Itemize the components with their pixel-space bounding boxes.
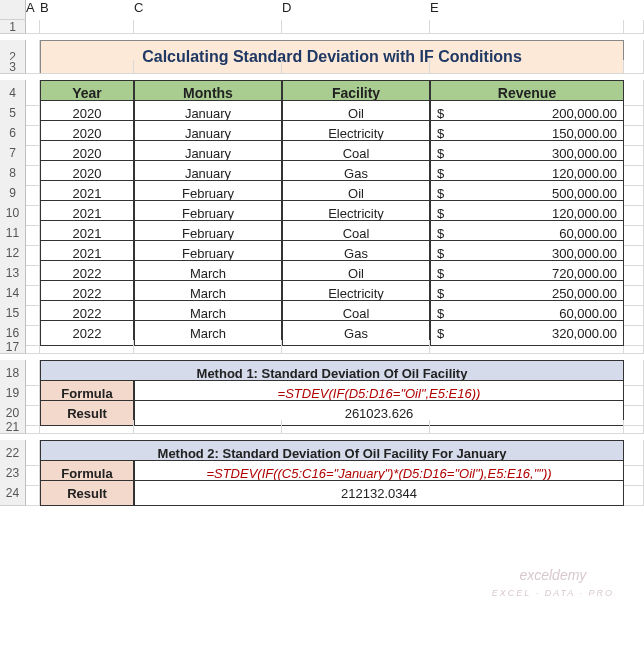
watermark: exceldemy EXCEL · DATA · PRO xyxy=(492,568,614,599)
select-all-corner[interactable] xyxy=(0,0,26,20)
cell-A17[interactable] xyxy=(26,340,40,354)
cell-B21[interactable] xyxy=(40,420,134,434)
m2-result-label[interactable]: Result xyxy=(40,480,134,506)
row-header-17[interactable]: 17 xyxy=(0,340,26,354)
cell-D3[interactable] xyxy=(282,60,430,74)
revenue-value: 120,000.00 xyxy=(552,166,617,181)
col-header-D[interactable]: D xyxy=(282,0,430,20)
currency-symbol: $ xyxy=(437,286,444,301)
col-header-E[interactable]: E xyxy=(430,0,624,20)
currency-symbol: $ xyxy=(437,186,444,201)
currency-symbol: $ xyxy=(437,226,444,241)
currency-symbol: $ xyxy=(437,126,444,141)
currency-symbol: $ xyxy=(437,206,444,221)
cell-A1[interactable] xyxy=(26,20,40,34)
cell-E3[interactable] xyxy=(430,60,624,74)
currency-symbol: $ xyxy=(437,106,444,121)
revenue-value: 250,000.00 xyxy=(552,286,617,301)
cell-F3[interactable] xyxy=(624,60,644,74)
cell-A24[interactable] xyxy=(26,480,40,506)
revenue-value: 60,000.00 xyxy=(559,306,617,321)
cell-D21[interactable] xyxy=(282,420,430,434)
currency-symbol: $ xyxy=(437,306,444,321)
revenue-value: 60,000.00 xyxy=(559,226,617,241)
currency-symbol: $ xyxy=(437,326,444,341)
cell-D17[interactable] xyxy=(282,340,430,354)
currency-symbol: $ xyxy=(437,166,444,181)
cell-C17[interactable] xyxy=(134,340,282,354)
currency-symbol: $ xyxy=(437,246,444,261)
col-header-C[interactable]: C xyxy=(134,0,282,20)
cell-F24[interactable] xyxy=(624,480,644,506)
revenue-value: 320,000.00 xyxy=(552,326,617,341)
cell-C21[interactable] xyxy=(134,420,282,434)
col-header-B[interactable]: B xyxy=(40,0,134,20)
row-header-21[interactable]: 21 xyxy=(0,420,26,434)
revenue-value: 720,000.00 xyxy=(552,266,617,281)
cell-A21[interactable] xyxy=(26,420,40,434)
cell-F21[interactable] xyxy=(624,420,644,434)
m2-result[interactable]: 212132.0344 xyxy=(134,480,624,506)
cell-C3[interactable] xyxy=(134,60,282,74)
revenue-value: 300,000.00 xyxy=(552,146,617,161)
cell-F1[interactable] xyxy=(624,20,644,34)
cell-C1[interactable] xyxy=(134,20,282,34)
currency-symbol: $ xyxy=(437,146,444,161)
cell-E1[interactable] xyxy=(430,20,624,34)
currency-symbol: $ xyxy=(437,266,444,281)
revenue-value: 300,000.00 xyxy=(552,246,617,261)
revenue-value: 150,000.00 xyxy=(552,126,617,141)
spreadsheet-grid[interactable]: A B C D E 1 2 Calculating Standard Devia… xyxy=(0,0,644,500)
revenue-value: 200,000.00 xyxy=(552,106,617,121)
row-header-24[interactable]: 24 xyxy=(0,480,26,506)
cell-E21[interactable] xyxy=(430,420,624,434)
cell-revenue[interactable]: $ 320,000.00 xyxy=(430,320,624,346)
col-header-blank[interactable] xyxy=(624,0,644,20)
cell-B17[interactable] xyxy=(40,340,134,354)
cell-D1[interactable] xyxy=(282,20,430,34)
row-header-1[interactable]: 1 xyxy=(0,20,26,34)
revenue-value: 500,000.00 xyxy=(552,186,617,201)
col-header-A[interactable]: A xyxy=(26,0,40,20)
cell-F17[interactable] xyxy=(624,340,644,354)
row-header-3[interactable]: 3 xyxy=(0,60,26,74)
cell-B1[interactable] xyxy=(40,20,134,34)
revenue-value: 120,000.00 xyxy=(552,206,617,221)
cell-A3[interactable] xyxy=(26,60,40,74)
cell-B3[interactable] xyxy=(40,60,134,74)
